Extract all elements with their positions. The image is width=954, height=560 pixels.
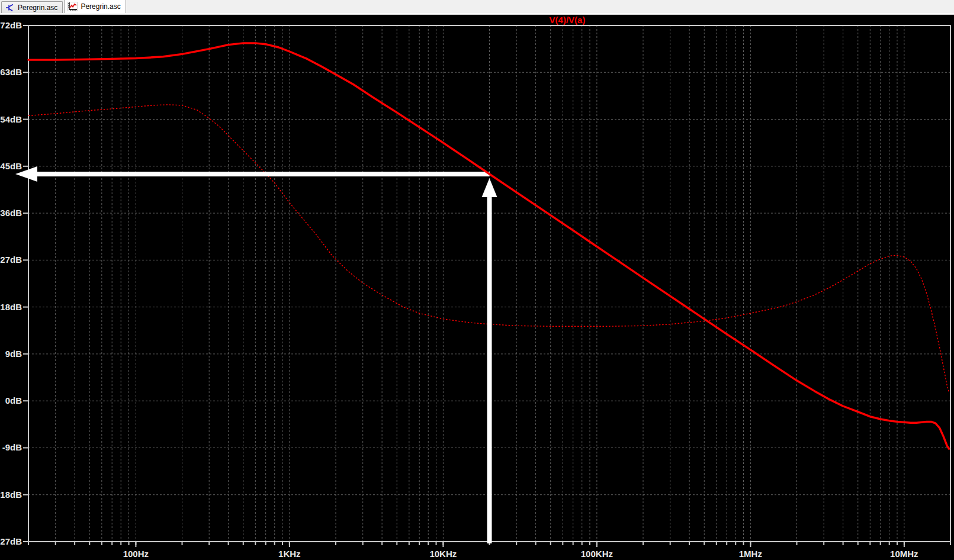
y-tick-label: 18dB	[0, 302, 22, 312]
y-tick-label: 0dB	[5, 395, 23, 405]
schematic-icon	[5, 3, 15, 12]
x-tick-label: 1MHz	[739, 549, 762, 559]
tab-bar: Peregrin.asc Peregrin.asc	[0, 0, 954, 14]
tab-label: Peregrin.asc	[81, 2, 120, 11]
y-tick-label: 36dB	[0, 208, 22, 218]
y-tick-label: -27dB	[0, 536, 22, 546]
y-tick-label: -9dB	[2, 442, 23, 452]
ltspice-window: { "tabs": [ {"label": "Peregrin.asc", "i…	[0, 0, 954, 560]
plot-background	[0, 0, 954, 560]
bode-plot[interactable]: 72dB63dB54dB45dB36dB27dB18dB9dB0dB-9dB-1…	[0, 0, 954, 560]
y-tick-label: 54dB	[0, 114, 22, 124]
x-tick-label: 100KHz	[581, 549, 613, 559]
y-tick-label: 9dB	[5, 349, 23, 359]
y-tick-label: 27dB	[0, 255, 22, 265]
trace-label[interactable]: V(4)/V(a)	[550, 15, 586, 25]
tab-schematic[interactable]: Peregrin.asc	[1, 1, 63, 13]
y-tick-label: -18dB	[0, 490, 22, 500]
y-tick-label: 63dB	[0, 67, 22, 77]
x-tick-label: 10KHz	[429, 549, 457, 559]
x-tick-label: 10MHz	[890, 549, 918, 559]
waveform-pane[interactable]: 72dB63dB54dB45dB36dB27dB18dB9dB0dB-9dB-1…	[0, 0, 954, 560]
waveform-icon	[68, 2, 78, 11]
tab-label: Peregrin.asc	[18, 4, 57, 12]
y-tick-label: 45dB	[0, 161, 22, 171]
x-tick-label: 1KHz	[278, 549, 301, 559]
y-tick-label: 72dB	[0, 20, 22, 30]
tab-waveform[interactable]: Peregrin.asc	[64, 0, 126, 13]
x-tick-label: 100Hz	[123, 549, 149, 559]
